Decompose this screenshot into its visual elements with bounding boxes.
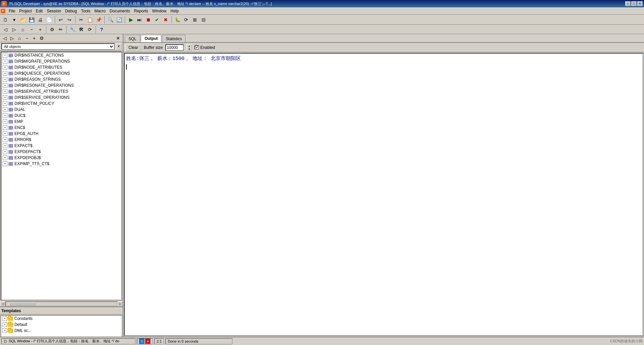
tree-expand[interactable]: + — [2, 316, 7, 321]
tree-item[interactable]: + DUC$ — [1, 113, 121, 119]
toolbar-window-btn[interactable]: ⊞ — [191, 16, 199, 24]
enabled-checkbox-label[interactable]: ✔ Enabled — [195, 45, 215, 50]
tree-expand[interactable]: + — [3, 53, 7, 58]
minimize-button[interactable]: ─ — [625, 1, 631, 6]
hscroll-track[interactable] — [5, 301, 117, 306]
menu-debug[interactable]: Debug — [63, 8, 79, 14]
maximize-button[interactable]: □ — [631, 1, 637, 6]
tree-item[interactable]: + DIR$INSTANCE_ACTIONS — [1, 52, 121, 58]
hscroll-right[interactable]: ▷ — [117, 301, 123, 306]
left-close-btn[interactable]: ✕ — [115, 35, 121, 42]
toolbar2-compile-btn[interactable]: 🔧 — [68, 25, 76, 33]
toolbar-print2-btn[interactable]: 📄 — [45, 16, 53, 24]
tree-hscroll[interactable]: ◁ ▷ — [0, 301, 123, 306]
menu-reports[interactable]: Reports — [132, 8, 150, 14]
tree-view[interactable]: + DIR$INSTANCE_ACTIONS + — [1, 52, 122, 300]
toolbar-open-btn[interactable]: 📂 — [19, 16, 27, 24]
template-item-constants[interactable]: + Constants — [1, 316, 122, 322]
tree-item[interactable]: + EMP — [1, 119, 121, 125]
toolbar-debug-btn[interactable]: 🐛 — [173, 16, 181, 24]
tree-expand[interactable]: + — [3, 71, 7, 76]
menu-edit[interactable]: Edit — [34, 8, 45, 14]
tree-item[interactable]: + DIR$MIGRATE_OPERATIONS — [1, 58, 121, 64]
buffer-size-input[interactable] — [165, 44, 184, 51]
tree-item[interactable]: + EXPACT$ — [1, 143, 121, 149]
templates-tree[interactable]: + Constants + Default + DML sc... — [1, 315, 122, 337]
toolbar-new-btn[interactable]: 🗋 — [1, 16, 9, 24]
tree-item[interactable]: + ERROR$ — [1, 137, 121, 143]
close-button[interactable]: ✕ — [637, 1, 643, 6]
tree-expand[interactable]: + — [3, 137, 7, 142]
filter-dropdown-btn[interactable]: ▼ — [116, 43, 121, 50]
tree-item[interactable]: + DUAL — [1, 107, 121, 113]
toolbar2-minus-btn[interactable]: − — [28, 25, 36, 33]
output-content[interactable]: 姓名:张三， 薪水：1500， 地址： 北京市朝阳区 — [124, 53, 643, 336]
tree-expand[interactable]: + — [3, 131, 7, 136]
menu-macro[interactable]: Macro — [92, 8, 107, 14]
tree-item[interactable]: + DIR$NODE_ATTRIBUTES — [1, 64, 121, 70]
toolbar-rollback-btn[interactable]: ✖ — [162, 16, 170, 24]
tree-expand[interactable]: + — [3, 161, 7, 166]
tree-item[interactable]: + EXPIMP_TTS_CT$ — [1, 161, 121, 167]
toolbar-stop-btn[interactable]: ⏹ — [144, 16, 152, 24]
tree-item[interactable]: + DIR$REASON_STRINGS — [1, 76, 121, 82]
tree-item[interactable]: + EXPDEPACT$ — [1, 149, 121, 155]
toolbar-execute-all-btn[interactable]: ⏭ — [136, 16, 144, 24]
tree-expand[interactable]: + — [3, 89, 7, 94]
toolbar-redo-btn[interactable]: ↪ — [65, 16, 73, 24]
toolbar2-refresh-btn[interactable]: ⟳ — [86, 25, 94, 33]
left-forward-btn[interactable]: ▷ — [9, 35, 15, 42]
tree-expand[interactable]: + — [3, 125, 7, 130]
tree-expand[interactable]: + — [3, 65, 7, 70]
template-item-default[interactable]: + Default — [1, 322, 122, 328]
tree-item[interactable]: + ENC$ — [1, 125, 121, 131]
toolbar-cut-btn[interactable]: ✂ — [77, 16, 85, 24]
menu-session[interactable]: Session — [45, 8, 63, 14]
left-back-btn[interactable]: ◁ — [1, 35, 8, 42]
toolbar2-back-btn[interactable]: ◁ — [1, 25, 9, 33]
menu-file[interactable]: File — [7, 8, 17, 14]
tree-item[interactable]: + EXPDEPOBJ$ — [1, 155, 121, 161]
buffer-spin[interactable]: ▲ ▼ — [186, 44, 192, 51]
left-home-btn[interactable]: ⌂ — [16, 35, 23, 42]
toolbar-replace-btn[interactable]: 🔄 — [115, 16, 123, 24]
toolbar2-home-btn[interactable]: ⌂ — [19, 25, 27, 33]
template-item-dml[interactable]: + DML sc... — [1, 328, 122, 334]
toolbar-paste-btn[interactable]: 📌 — [95, 16, 103, 24]
spin-down-btn[interactable]: ▼ — [187, 48, 192, 51]
tree-expand[interactable]: + — [3, 149, 7, 154]
menu-documents[interactable]: Documents — [108, 8, 132, 14]
menu-window[interactable]: Window — [150, 8, 169, 14]
tree-expand[interactable]: + — [2, 328, 7, 333]
toolbar2-edit-btn[interactable]: ✏ — [57, 25, 65, 33]
tree-expand[interactable]: + — [3, 113, 7, 118]
tab-statistics[interactable]: Statistics — [162, 35, 185, 42]
toolbar2-plus-btn[interactable]: + — [36, 25, 44, 33]
tree-expand[interactable]: + — [3, 155, 7, 160]
tree-expand[interactable]: + — [3, 59, 7, 64]
spin-up-btn[interactable]: ▲ — [187, 45, 192, 48]
hscroll-left[interactable]: ◁ — [0, 301, 5, 306]
tree-expand[interactable]: + — [3, 101, 7, 106]
enabled-checkbox[interactable]: ✔ — [195, 45, 199, 50]
left-gear-btn[interactable]: ⚙ — [38, 35, 45, 42]
toolbar-execute-btn[interactable]: ▶ — [127, 16, 135, 24]
toolbar-commit-btn[interactable]: ✔ — [153, 16, 161, 24]
toolbar-save-btn[interactable]: 💾 — [28, 16, 36, 24]
tree-expand[interactable]: + — [3, 77, 7, 82]
tree-item[interactable]: + EPG$_AUTH — [1, 131, 121, 137]
toolbar2-objects-btn[interactable]: ⚙ — [48, 25, 56, 33]
tree-expand[interactable]: + — [3, 83, 7, 88]
left-plus-btn[interactable]: + — [31, 35, 38, 42]
toolbar2-forward-btn[interactable]: ▷ — [10, 25, 18, 33]
toolbar-grid-btn[interactable]: ⊟ — [200, 16, 208, 24]
tree-expand[interactable]: + — [3, 143, 7, 148]
tree-expand[interactable]: + — [3, 119, 7, 124]
menu-help[interactable]: Help — [168, 8, 181, 14]
tree-item[interactable]: + DIR$RESONATE_OPERATIONS — [1, 82, 121, 88]
tree-expand[interactable]: + — [3, 107, 7, 112]
tab-sql[interactable]: SQL — [125, 35, 140, 42]
tree-item[interactable]: + DIR$VICTIM_POLICY — [1, 100, 121, 107]
toolbar2-compile2-btn[interactable]: 🛠 — [77, 25, 85, 33]
left-minus-btn[interactable]: − — [23, 35, 30, 42]
